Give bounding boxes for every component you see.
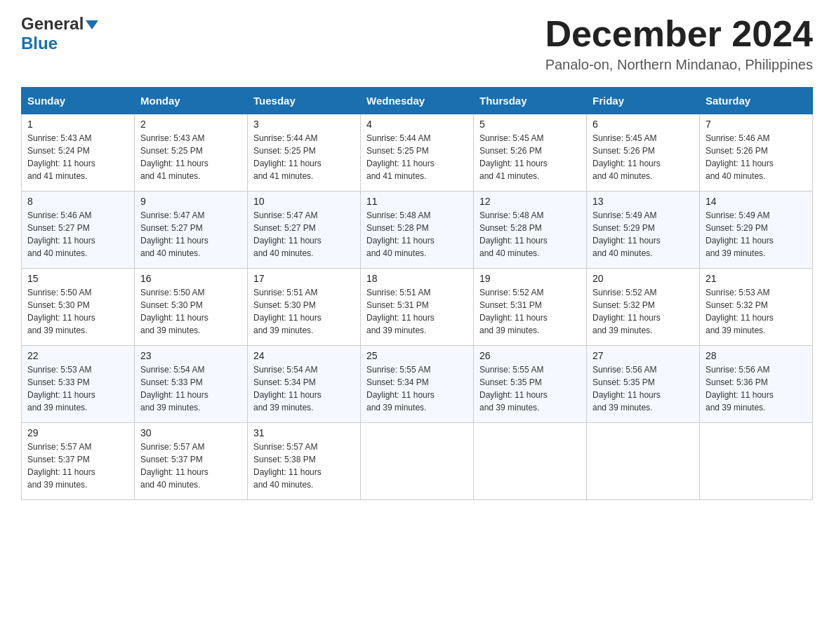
calendar-cell: 5 Sunrise: 5:45 AMSunset: 5:26 PMDayligh… — [474, 114, 587, 192]
day-number: 19 — [479, 273, 581, 284]
header-monday: Monday — [135, 88, 248, 114]
day-info: Sunrise: 5:47 AMSunset: 5:27 PMDaylight:… — [140, 210, 208, 258]
logo-general-text: General — [21, 14, 84, 34]
day-number: 3 — [253, 119, 355, 130]
logo-blue-text: Blue — [21, 34, 58, 53]
day-info: Sunrise: 5:50 AMSunset: 5:30 PMDaylight:… — [140, 288, 208, 335]
day-info: Sunrise: 5:43 AMSunset: 5:24 PMDaylight:… — [27, 133, 95, 181]
calendar-cell: 15 Sunrise: 5:50 AMSunset: 5:30 PMDaylig… — [22, 269, 135, 346]
day-info: Sunrise: 5:48 AMSunset: 5:28 PMDaylight:… — [479, 210, 548, 258]
calendar-cell: 2 Sunrise: 5:43 AMSunset: 5:25 PMDayligh… — [135, 114, 248, 192]
day-number: 12 — [479, 196, 581, 207]
calendar-cell: 11 Sunrise: 5:48 AMSunset: 5:28 PMDaylig… — [361, 192, 474, 269]
calendar-cell: 17 Sunrise: 5:51 AMSunset: 5:30 PMDaylig… — [248, 269, 361, 346]
calendar-week-row: 1 Sunrise: 5:43 AMSunset: 5:24 PMDayligh… — [22, 114, 813, 192]
day-number: 26 — [479, 350, 581, 361]
day-number: 18 — [366, 273, 468, 284]
day-number: 13 — [593, 196, 694, 207]
day-number: 21 — [706, 273, 807, 284]
calendar-cell: 3 Sunrise: 5:44 AMSunset: 5:25 PMDayligh… — [248, 114, 361, 192]
day-info: Sunrise: 5:44 AMSunset: 5:25 PMDaylight:… — [366, 133, 435, 181]
calendar-cell: 7 Sunrise: 5:46 AMSunset: 5:26 PMDayligh… — [700, 114, 813, 192]
day-info: Sunrise: 5:49 AMSunset: 5:29 PMDaylight:… — [593, 210, 661, 258]
calendar-cell: 10 Sunrise: 5:47 AMSunset: 5:27 PMDaylig… — [248, 192, 361, 269]
day-info: Sunrise: 5:46 AMSunset: 5:27 PMDaylight:… — [27, 210, 95, 258]
day-number: 6 — [593, 119, 694, 130]
day-number: 11 — [366, 196, 468, 207]
calendar-cell: 25 Sunrise: 5:55 AMSunset: 5:34 PMDaylig… — [361, 346, 474, 423]
day-info: Sunrise: 5:54 AMSunset: 5:33 PMDaylight:… — [140, 365, 208, 412]
calendar-cell: 4 Sunrise: 5:44 AMSunset: 5:25 PMDayligh… — [361, 114, 474, 192]
day-info: Sunrise: 5:55 AMSunset: 5:35 PMDaylight:… — [479, 365, 548, 412]
header-sunday: Sunday — [22, 88, 135, 114]
day-number: 24 — [253, 350, 355, 361]
day-info: Sunrise: 5:52 AMSunset: 5:31 PMDaylight:… — [479, 288, 548, 335]
day-number: 20 — [593, 273, 694, 284]
day-info: Sunrise: 5:57 AMSunset: 5:37 PMDaylight:… — [140, 442, 208, 490]
day-number: 29 — [27, 427, 128, 438]
calendar-header-row: Sunday Monday Tuesday Wednesday Thursday… — [22, 88, 813, 114]
location-title: Panalo-on, Northern Mindanao, Philippine… — [545, 57, 813, 73]
day-info: Sunrise: 5:53 AMSunset: 5:32 PMDaylight:… — [706, 288, 774, 335]
day-info: Sunrise: 5:52 AMSunset: 5:32 PMDaylight:… — [593, 288, 661, 335]
calendar-cell: 16 Sunrise: 5:50 AMSunset: 5:30 PMDaylig… — [135, 269, 248, 346]
calendar-cell: 8 Sunrise: 5:46 AMSunset: 5:27 PMDayligh… — [22, 192, 135, 269]
calendar-week-row: 29 Sunrise: 5:57 AMSunset: 5:37 PMDaylig… — [22, 423, 813, 500]
day-info: Sunrise: 5:45 AMSunset: 5:26 PMDaylight:… — [479, 133, 548, 181]
day-info: Sunrise: 5:53 AMSunset: 5:33 PMDaylight:… — [27, 365, 95, 412]
day-number: 14 — [706, 196, 807, 207]
calendar-week-row: 15 Sunrise: 5:50 AMSunset: 5:30 PMDaylig… — [22, 269, 813, 346]
day-info: Sunrise: 5:45 AMSunset: 5:26 PMDaylight:… — [593, 133, 661, 181]
header-saturday: Saturday — [700, 88, 813, 114]
day-info: Sunrise: 5:49 AMSunset: 5:29 PMDaylight:… — [706, 210, 774, 258]
day-number: 27 — [593, 350, 694, 361]
day-number: 9 — [140, 196, 241, 207]
day-number: 8 — [27, 196, 128, 207]
calendar-cell: 14 Sunrise: 5:49 AMSunset: 5:29 PMDaylig… — [700, 192, 813, 269]
calendar-cell: 30 Sunrise: 5:57 AMSunset: 5:37 PMDaylig… — [135, 423, 248, 500]
day-number: 31 — [253, 427, 355, 438]
calendar-cell — [700, 423, 813, 500]
day-number: 23 — [140, 350, 241, 361]
day-number: 1 — [27, 119, 128, 130]
calendar-cell: 29 Sunrise: 5:57 AMSunset: 5:37 PMDaylig… — [22, 423, 135, 500]
day-number: 7 — [706, 119, 807, 130]
day-number: 2 — [140, 119, 241, 130]
day-info: Sunrise: 5:57 AMSunset: 5:37 PMDaylight:… — [27, 442, 95, 490]
day-info: Sunrise: 5:56 AMSunset: 5:36 PMDaylight:… — [706, 365, 774, 412]
day-number: 10 — [253, 196, 355, 207]
calendar-cell: 28 Sunrise: 5:56 AMSunset: 5:36 PMDaylig… — [700, 346, 813, 423]
calendar-cell — [587, 423, 700, 500]
day-number: 25 — [366, 350, 468, 361]
day-info: Sunrise: 5:54 AMSunset: 5:34 PMDaylight:… — [253, 365, 322, 412]
calendar-cell: 1 Sunrise: 5:43 AMSunset: 5:24 PMDayligh… — [22, 114, 135, 192]
calendar-cell: 24 Sunrise: 5:54 AMSunset: 5:34 PMDaylig… — [248, 346, 361, 423]
calendar-cell: 6 Sunrise: 5:45 AMSunset: 5:26 PMDayligh… — [587, 114, 700, 192]
logo-triangle-icon — [86, 20, 98, 29]
calendar-cell: 27 Sunrise: 5:56 AMSunset: 5:35 PMDaylig… — [587, 346, 700, 423]
day-info: Sunrise: 5:50 AMSunset: 5:30 PMDaylight:… — [27, 288, 95, 335]
calendar-cell: 23 Sunrise: 5:54 AMSunset: 5:33 PMDaylig… — [135, 346, 248, 423]
day-info: Sunrise: 5:56 AMSunset: 5:35 PMDaylight:… — [593, 365, 661, 412]
day-number: 22 — [27, 350, 128, 361]
calendar-cell: 12 Sunrise: 5:48 AMSunset: 5:28 PMDaylig… — [474, 192, 587, 269]
day-number: 5 — [479, 119, 581, 130]
day-info: Sunrise: 5:46 AMSunset: 5:26 PMDaylight:… — [706, 133, 774, 181]
calendar-cell: 22 Sunrise: 5:53 AMSunset: 5:33 PMDaylig… — [22, 346, 135, 423]
day-info: Sunrise: 5:43 AMSunset: 5:25 PMDaylight:… — [140, 133, 208, 181]
logo: General Blue — [21, 14, 98, 53]
page-header: General Blue December 2024 Panalo-on, No… — [21, 14, 813, 73]
calendar-table: Sunday Monday Tuesday Wednesday Thursday… — [21, 87, 813, 500]
day-number: 30 — [140, 427, 241, 438]
day-number: 15 — [27, 273, 128, 284]
day-info: Sunrise: 5:51 AMSunset: 5:31 PMDaylight:… — [366, 288, 435, 335]
calendar-week-row: 8 Sunrise: 5:46 AMSunset: 5:27 PMDayligh… — [22, 192, 813, 269]
day-info: Sunrise: 5:51 AMSunset: 5:30 PMDaylight:… — [253, 288, 322, 335]
day-number: 28 — [706, 350, 807, 361]
calendar-cell: 13 Sunrise: 5:49 AMSunset: 5:29 PMDaylig… — [587, 192, 700, 269]
day-info: Sunrise: 5:44 AMSunset: 5:25 PMDaylight:… — [253, 133, 322, 181]
calendar-cell: 9 Sunrise: 5:47 AMSunset: 5:27 PMDayligh… — [135, 192, 248, 269]
day-info: Sunrise: 5:47 AMSunset: 5:27 PMDaylight:… — [253, 210, 322, 258]
calendar-cell: 26 Sunrise: 5:55 AMSunset: 5:35 PMDaylig… — [474, 346, 587, 423]
header-wednesday: Wednesday — [361, 88, 474, 114]
